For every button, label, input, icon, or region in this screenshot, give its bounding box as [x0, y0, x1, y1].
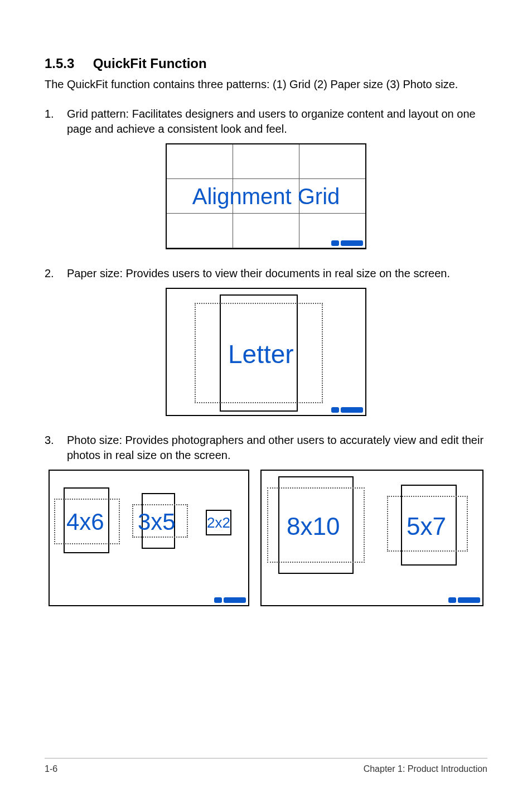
- photo-2x2-label: 2x2: [207, 514, 230, 532]
- grid-cell: [233, 144, 299, 179]
- list-item: 2. Paper size: Provides users to view th…: [45, 266, 487, 281]
- list-item-text: Paper size: Provides users to view their…: [67, 266, 487, 281]
- grid-cell: [167, 214, 233, 248]
- list-item-number: 1.: [45, 107, 67, 137]
- intro-text: The QuickFit function contains three pat…: [45, 77, 487, 92]
- figure-photo-row: 4x6 3x5 2x2 8x10 5x7: [45, 470, 487, 606]
- figure-2-wrap: Letter: [45, 288, 487, 416]
- section-heading: 1.5.3 QuickFit Function: [45, 56, 487, 71]
- figure-photo-large: 8x10 5x7: [260, 470, 483, 606]
- figure-1-wrap: Alignment Grid: [45, 143, 487, 249]
- osd-badge: [331, 407, 363, 413]
- osd-badge: [214, 597, 246, 603]
- heading-number: 1.5.3: [45, 56, 89, 71]
- list-item-text: Photo size: Provides photographers and o…: [67, 433, 487, 463]
- figure-letter: Letter: [166, 288, 366, 416]
- photo-4x6-label: 4x6: [66, 509, 104, 535]
- photo-5x7-label: 5x7: [407, 513, 446, 540]
- page-container: 1.5.3 QuickFit Function The QuickFit fun…: [0, 0, 532, 802]
- figure-2-label: Letter: [228, 339, 294, 369]
- grid-cell: [299, 144, 365, 179]
- grid-cell: [167, 144, 233, 179]
- photo-3x5-label: 3x5: [138, 509, 176, 535]
- list-item-number: 3.: [45, 433, 67, 463]
- chapter-title: Chapter 1: Product Introduction: [364, 764, 487, 774]
- osd-badge: [331, 240, 363, 246]
- list-item: 3. Photo size: Provides photographers an…: [45, 433, 487, 463]
- list-item: 1. Grid pattern: Facilitates designers a…: [45, 107, 487, 137]
- figure-photo-small: 4x6 3x5 2x2: [49, 470, 249, 606]
- list-item-number: 2.: [45, 266, 67, 281]
- osd-badge: [448, 597, 480, 603]
- page-footer: 1-6 Chapter 1: Product Introduction: [45, 758, 487, 774]
- heading-title: QuickFit Function: [93, 56, 207, 71]
- photo-8x10-label: 8x10: [287, 513, 340, 540]
- list-item-text: Grid pattern: Facilitates designers and …: [67, 107, 487, 137]
- figure-1-label: Alignment Grid: [192, 184, 340, 209]
- figure-alignment-grid: Alignment Grid: [166, 143, 366, 249]
- page-number: 1-6: [45, 764, 57, 774]
- grid-cell: [233, 214, 299, 248]
